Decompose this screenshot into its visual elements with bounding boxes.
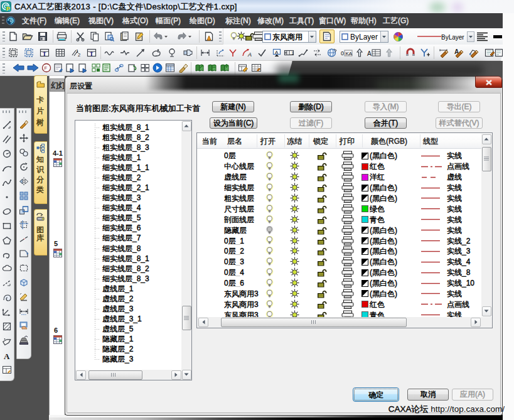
svg-text:KA: KA [346,51,353,57]
svg-text:.1: .1 [291,51,294,55]
svg-text:2: 2 [78,52,80,58]
svg-text:F: F [45,65,48,71]
svg-text:P: P [6,6,10,12]
svg-text:0: 0 [341,50,344,57]
svg-text:A: A [275,50,279,55]
svg-text:A: A [4,352,10,361]
svg-text:T: T [90,51,94,57]
svg-text:A: A [247,51,252,58]
svg-text:T: T [43,51,46,57]
svg-text:A: A [367,50,372,57]
